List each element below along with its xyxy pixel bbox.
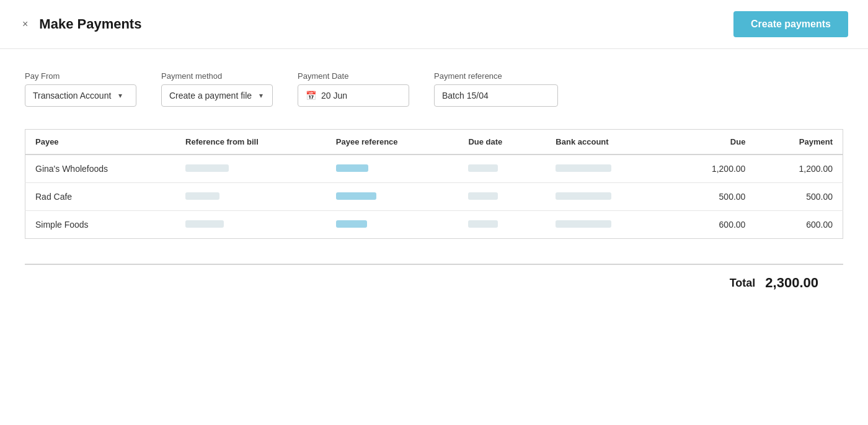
payment-date-input[interactable]: 📅 20 Jun — [298, 84, 409, 107]
table-header-row: Payee Reference from bill Payee referenc… — [25, 130, 843, 155]
header-left: × Make Payments — [20, 16, 141, 32]
cell-payment-amount: 500.00 — [755, 183, 843, 211]
payment-method-select[interactable]: Create a payment file ▾ — [161, 84, 273, 107]
payment-date-label: Payment Date — [298, 71, 409, 81]
col-payee-reference: Payee reference — [326, 130, 459, 155]
close-button[interactable]: × — [20, 16, 30, 32]
payments-table: Payee Reference from bill Payee referenc… — [25, 129, 843, 239]
total-label: Total — [730, 277, 756, 290]
calendar-icon: 📅 — [306, 91, 316, 101]
cell-reference-from-bill — [175, 183, 326, 211]
table-row: Gina's Wholefoods1,200.001,200.00 — [25, 154, 843, 183]
cell-bank-account — [546, 211, 668, 239]
cell-payee: Simple Foods — [25, 211, 176, 239]
pay-from-label: Pay From — [25, 71, 136, 81]
payment-method-dropdown-icon: ▾ — [259, 91, 263, 100]
col-bank-account: Bank account — [546, 130, 668, 155]
cell-payment-amount: 600.00 — [755, 211, 843, 239]
payment-date-value: 20 Jun — [321, 91, 347, 101]
table-section: Payee Reference from bill Payee referenc… — [0, 124, 868, 264]
cell-due-date — [458, 154, 546, 183]
payment-method-label: Payment method — [161, 71, 273, 81]
col-payment: Payment — [755, 130, 843, 155]
col-due: Due — [668, 130, 755, 155]
cell-reference-from-bill — [175, 211, 326, 239]
col-payee: Payee — [25, 130, 176, 155]
payment-reference-group: Payment reference Batch 15/04 — [434, 71, 558, 107]
col-due-date: Due date — [458, 130, 546, 155]
cell-payee: Rad Cafe — [25, 183, 176, 211]
payment-reference-label: Payment reference — [434, 71, 558, 81]
cell-bank-account — [546, 183, 668, 211]
total-section: Total 2,300.00 — [25, 264, 843, 303]
cell-payee-reference[interactable] — [326, 154, 459, 183]
col-reference-from-bill: Reference from bill — [175, 130, 326, 155]
payment-method-group: Payment method Create a payment file ▾ — [161, 71, 273, 107]
cell-due-date — [458, 183, 546, 211]
cell-payee-reference[interactable] — [326, 183, 459, 211]
cell-payment-amount: 1,200.00 — [755, 154, 843, 183]
pay-from-dropdown-icon: ▾ — [118, 91, 122, 100]
cell-due-amount: 1,200.00 — [668, 154, 755, 183]
cell-due-date — [458, 211, 546, 239]
cell-payee-reference[interactable] — [326, 211, 459, 239]
cell-due-amount: 500.00 — [668, 183, 755, 211]
table-row: Simple Foods600.00600.00 — [25, 211, 843, 239]
create-payments-button[interactable]: Create payments — [733, 11, 848, 37]
cell-bank-account — [546, 154, 668, 183]
cell-payee: Gina's Wholefoods — [25, 154, 176, 183]
payment-reference-input[interactable]: Batch 15/04 — [434, 84, 558, 107]
table-row: Rad Cafe500.00500.00 — [25, 183, 843, 211]
payment-date-group: Payment Date 📅 20 Jun — [298, 71, 409, 107]
pay-from-value: Transaction Account — [33, 91, 111, 101]
form-section: Pay From Transaction Account ▾ Payment m… — [0, 49, 868, 124]
total-amount: 2,300.00 — [765, 275, 818, 291]
payment-method-value: Create a payment file — [169, 91, 252, 101]
page-title: Make Payments — [39, 16, 141, 32]
payment-reference-value: Batch 15/04 — [442, 91, 489, 101]
cell-reference-from-bill — [175, 154, 326, 183]
pay-from-select[interactable]: Transaction Account ▾ — [25, 84, 136, 107]
page-header: × Make Payments Create payments — [0, 0, 868, 49]
pay-from-group: Pay From Transaction Account ▾ — [25, 71, 136, 107]
cell-due-amount: 600.00 — [668, 211, 755, 239]
